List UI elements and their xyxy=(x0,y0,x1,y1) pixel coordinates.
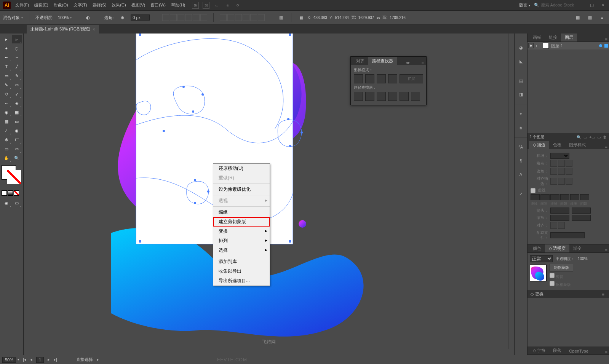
status-expand-icon[interactable]: ▸ xyxy=(97,357,99,362)
lasso-tool[interactable]: ◌ xyxy=(12,44,22,53)
dash-1[interactable] xyxy=(531,194,540,200)
distribute-4[interactable] xyxy=(243,14,249,21)
ctx-arrange[interactable]: 排列▸ xyxy=(213,236,270,246)
artboard-nav-next[interactable]: ▸ xyxy=(48,357,50,362)
corner-value[interactable] xyxy=(131,14,150,21)
align-inside[interactable] xyxy=(558,178,565,185)
direct-selection-tool[interactable]: ▹ xyxy=(12,35,22,43)
arrange-icon[interactable]: ▭ xyxy=(213,2,220,9)
eraser-tool[interactable]: ✂ xyxy=(12,81,22,89)
arrow-scale-start[interactable] xyxy=(550,215,569,221)
opacity-value[interactable]: 100% xyxy=(58,15,72,20)
exclude-button[interactable] xyxy=(388,74,397,83)
divide-button[interactable] xyxy=(354,92,363,101)
recolor-icon[interactable]: ◐ xyxy=(84,14,92,21)
gap-2[interactable] xyxy=(560,194,569,200)
align-center[interactable] xyxy=(550,178,557,185)
bridge-icon[interactable]: Br xyxy=(192,2,199,9)
color-guide-icon[interactable]: ◣ xyxy=(517,57,525,65)
graph-tool[interactable]: ⫍ xyxy=(12,136,22,144)
align-top-icon[interactable] xyxy=(185,14,192,21)
minus-front-button[interactable] xyxy=(365,74,374,83)
stock-icon[interactable]: St xyxy=(203,2,209,9)
shape-builder-tool[interactable]: ◉ xyxy=(2,108,11,117)
trim-button[interactable] xyxy=(365,92,374,101)
layer-row[interactable]: › 图层 1 xyxy=(527,42,609,49)
char-icon[interactable]: ªA xyxy=(517,143,525,151)
curvature-tool[interactable]: ~ xyxy=(12,53,22,62)
width-tool[interactable]: ↔ xyxy=(2,99,11,107)
perspective-tool[interactable]: ▦ xyxy=(12,108,22,117)
pf-collapse-icon[interactable]: ◂▸ xyxy=(403,60,412,65)
brush-tool[interactable]: ✎ xyxy=(12,72,22,80)
window-minimize[interactable]: — xyxy=(578,2,585,9)
profile-select[interactable] xyxy=(550,232,585,238)
transform-section[interactable]: ◇变换 ≡ xyxy=(527,290,609,298)
align-to-icon[interactable]: ▦ xyxy=(277,14,285,21)
snap-point-icon[interactable]: ▦ xyxy=(586,14,594,21)
swatches-icon[interactable]: ▤ xyxy=(517,77,525,85)
tab-color[interactable]: 颜色 xyxy=(529,244,545,252)
type-tool[interactable]: T xyxy=(2,62,11,71)
arrow-align-2[interactable] xyxy=(558,222,565,229)
menu-effect[interactable]: 效果(C) xyxy=(112,2,126,8)
transp-opacity-value[interactable]: 100% xyxy=(578,257,588,261)
document-tab[interactable]: 未标题-1.ai* @ 50% (RGB/预览) × xyxy=(27,25,99,34)
brushes-icon[interactable]: ◨ xyxy=(517,90,525,99)
tab-align[interactable]: 对齐 xyxy=(352,57,368,65)
intersect-button[interactable] xyxy=(377,74,386,83)
slice-tool[interactable]: ✂ xyxy=(12,145,22,153)
gap-1[interactable] xyxy=(540,194,550,200)
distribute-2[interactable] xyxy=(227,14,234,21)
ref-point-icon[interactable]: ▦ xyxy=(297,14,305,21)
gradient-tool[interactable]: ▭ xyxy=(12,117,22,126)
menu-select[interactable]: 选择(S) xyxy=(93,2,107,8)
visibility-toggle[interactable] xyxy=(528,43,534,48)
ctx-make-clipping-mask[interactable]: 建立剪切蒙版 xyxy=(213,217,270,227)
mesh-tool[interactable]: ▦ xyxy=(2,117,11,126)
artboard-number[interactable]: 1 xyxy=(36,357,44,363)
transform-menu-icon[interactable]: ≡ xyxy=(601,292,606,297)
merge-button[interactable] xyxy=(377,92,386,101)
glyph-icon[interactable]: A xyxy=(517,170,525,179)
window-close[interactable]: ✕ xyxy=(599,2,606,9)
stroke-weight[interactable] xyxy=(550,153,569,159)
arrow-scale-end[interactable] xyxy=(572,215,591,221)
dash-3[interactable] xyxy=(570,194,579,200)
align-right-icon[interactable] xyxy=(177,14,184,21)
magic-wand-tool[interactable]: ✦ xyxy=(2,44,11,53)
zoom-tool[interactable]: 🔍 xyxy=(12,154,22,162)
dash-2[interactable] xyxy=(550,194,559,200)
tab-transparency[interactable]: ◇透明度 xyxy=(545,244,569,252)
minus-back-button[interactable] xyxy=(411,92,420,101)
menu-type[interactable]: 文字(T) xyxy=(74,2,87,8)
artboard-nav-last[interactable]: ▸| xyxy=(54,357,57,362)
cap-round[interactable] xyxy=(558,160,565,167)
tab-links[interactable]: 链接 xyxy=(545,34,561,42)
crop-button[interactable] xyxy=(388,92,397,101)
x-value[interactable]: 438.383 xyxy=(313,16,327,20)
rectangle-tool[interactable]: ▭ xyxy=(2,72,11,80)
make-mask-button[interactable]: 制作蒙版 xyxy=(550,264,573,271)
scale-tool[interactable]: ⤢ xyxy=(12,90,22,98)
symbols-icon[interactable]: ✦ xyxy=(517,110,525,118)
ctx-collect-export[interactable]: 收集以导出 xyxy=(213,267,270,276)
locate-layer-icon[interactable]: 🔍 xyxy=(577,135,581,139)
tab-pathfinder[interactable]: 路径查找器 xyxy=(368,57,397,65)
menu-view[interactable]: 视图(V) xyxy=(131,2,145,8)
ctx-transform[interactable]: 变换▸ xyxy=(213,227,270,236)
tab-stroke[interactable]: ◇描边 xyxy=(529,141,549,149)
dash-checkbox[interactable] xyxy=(531,188,535,193)
y-value[interactable]: 514.284 xyxy=(335,16,349,20)
canvas[interactable]: 飞特网 对齐 路径查找器 ◂▸ ≡ 形状模式： 扩展 路径查找器： xyxy=(24,34,514,355)
none-swatch[interactable] xyxy=(14,190,19,196)
ctx-group[interactable]: 编组 xyxy=(213,208,270,217)
color-icon[interactable]: ◕ xyxy=(517,43,525,52)
layer-name[interactable]: 图层 1 xyxy=(551,43,597,49)
cap-proj[interactable] xyxy=(566,160,572,167)
rotate-tool[interactable]: ⟲ xyxy=(2,90,11,98)
arrow-align-1[interactable] xyxy=(550,222,557,229)
join-round[interactable] xyxy=(558,168,565,175)
line-tool[interactable]: ╱ xyxy=(12,62,22,71)
tab-graphic-styles[interactable]: 图形样式 xyxy=(565,141,590,149)
